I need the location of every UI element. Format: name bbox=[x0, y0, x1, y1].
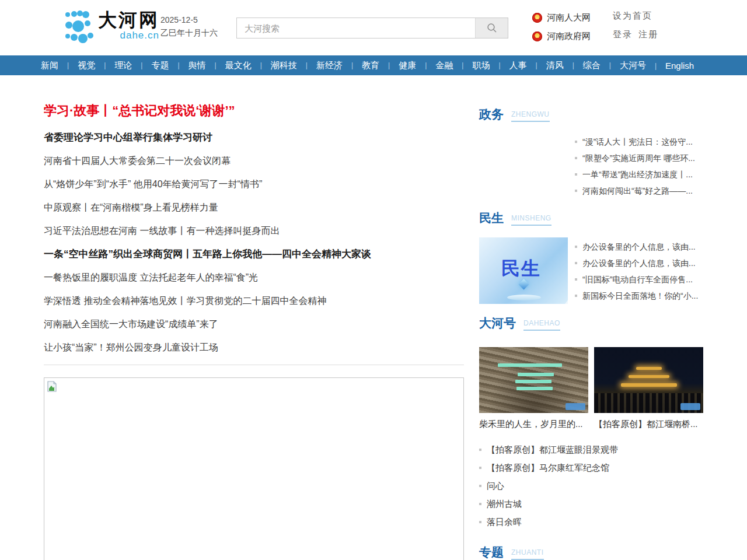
logo-bubbles-icon bbox=[64, 9, 95, 43]
overlay-text-decoration bbox=[498, 363, 562, 367]
main-content: 学习·故事丨“总书记对我说‘谢谢’” 省委理论学习中心组举行集体学习研讨 河南省… bbox=[41, 75, 706, 560]
quick-links: 设为首页 登录 注册 bbox=[613, 10, 658, 48]
bullet-icon bbox=[479, 485, 481, 487]
section-minsheng: 民生 MINSHENG 民生 办公设备里的个人信息，该由... 办公设备里的个人… bbox=[479, 211, 703, 304]
dahehao-thumbnail-temple[interactable] bbox=[594, 347, 703, 413]
bullet-icon bbox=[479, 449, 481, 451]
nav-item-tech[interactable]: 潮科技 bbox=[252, 60, 297, 71]
nav-item-renshi[interactable]: 人事 bbox=[490, 60, 526, 71]
nav-item-education[interactable]: 教育 bbox=[343, 60, 379, 71]
login-link[interactable]: 登录 bbox=[613, 29, 633, 43]
headline-item[interactable]: 学深悟透 推动全会精神落地见效丨学习贯彻党的二十届四中全会精神 bbox=[44, 289, 464, 313]
minsheng-list: 办公设备里的个人信息，该由... 办公设备里的个人信息，该由... “旧国标”电… bbox=[575, 237, 703, 304]
set-home-link[interactable]: 设为首页 bbox=[613, 10, 652, 24]
headline-item[interactable]: 一条“空中丝路”织出全球商贸网丨五年路上你我他——四中全会精神大家谈 bbox=[44, 243, 464, 266]
bullet-icon bbox=[575, 173, 577, 176]
section-pinyin-zhengwu: ZHENGWU bbox=[511, 111, 550, 122]
site-logo[interactable]: 大河网 dahe.cn bbox=[64, 9, 159, 43]
gov-link-zhengfu[interactable]: ★ 河南政府网 bbox=[532, 29, 591, 43]
list-item[interactable]: 问心 bbox=[479, 477, 703, 495]
broken-image-icon bbox=[47, 381, 57, 392]
headline-item[interactable]: 一餐热饭里的履职温度 立法托起老年人的幸福“食”光 bbox=[44, 266, 464, 289]
list-item[interactable]: 落日余晖 bbox=[479, 513, 703, 531]
bullet-icon bbox=[575, 278, 577, 281]
date-block: 2025-12-5 乙巳年十月十六 bbox=[160, 13, 218, 39]
section-title-zhengwu: 政务 bbox=[479, 107, 504, 122]
nav-item-yuqing[interactable]: 舆情 bbox=[169, 60, 205, 71]
nav-item-theory[interactable]: 理论 bbox=[95, 60, 132, 71]
register-link[interactable]: 注册 bbox=[638, 29, 658, 43]
search-button[interactable] bbox=[475, 18, 508, 38]
list-item[interactable]: 办公设备里的个人信息，该由... bbox=[575, 239, 703, 255]
nav-item-finance[interactable]: 金融 bbox=[416, 60, 453, 71]
bullet-icon bbox=[479, 503, 481, 505]
gov-link-renda[interactable]: ★ 河南人大网 bbox=[532, 10, 591, 24]
nav-item-visual[interactable]: 视觉 bbox=[58, 60, 95, 71]
nav-item-special[interactable]: 专题 bbox=[132, 60, 169, 71]
headline-item[interactable]: 中原观察丨在“河南楷模”身上看见榜样力量 bbox=[44, 196, 464, 219]
bullet-icon bbox=[575, 157, 577, 159]
overlay-text-decoration bbox=[516, 387, 553, 390]
list-item[interactable]: “旧国标”电动自行车全面停售... bbox=[575, 271, 703, 288]
section-title-minsheng: 民生 bbox=[479, 211, 504, 226]
nav-item-health[interactable]: 健康 bbox=[379, 60, 416, 71]
date-gregorian: 2025-12-5 bbox=[160, 13, 218, 26]
list-item[interactable]: 河南如何闯出“莓”好之路——... bbox=[575, 183, 703, 199]
section-title-zhuanti: 专题 bbox=[479, 545, 504, 560]
headline-item[interactable]: 从“烙饼少年”到“水手” 他用40年给黄河写了一封“情书” bbox=[44, 173, 464, 196]
list-item[interactable]: 【拍客原创】都江堰蓝眼泪景观带 bbox=[479, 440, 703, 459]
search-icon bbox=[487, 23, 497, 33]
logo-title: 大河网 bbox=[98, 9, 159, 30]
nav-item-dahehao[interactable]: 大河号 bbox=[601, 60, 646, 71]
list-item[interactable]: 新国标今日全面落地！你的“小... bbox=[575, 288, 703, 304]
section-pinyin-dahehao: DAHEHAO bbox=[523, 320, 560, 331]
section-zhengwu: 政务 ZHENGWU “漫”话人大丨宪法日：这份守... “限塑令”实施近两周年… bbox=[479, 107, 703, 199]
national-emblem-icon: ★ bbox=[532, 32, 542, 41]
gov-links: ★ 河南人大网 ★ 河南政府网 bbox=[532, 10, 591, 48]
gov-link-label: 河南人大网 bbox=[547, 12, 591, 23]
temple-roof-decoration bbox=[629, 375, 669, 378]
nav-item-news[interactable]: 新闻 bbox=[41, 60, 58, 71]
list-item[interactable]: 办公设备里的个人信息，该由... bbox=[575, 255, 703, 271]
thumbnail-caption[interactable]: 【拍客原创】都江堰南桥... bbox=[594, 419, 703, 430]
list-item[interactable]: 【拍客原创】马尔康红军纪念馆 bbox=[479, 459, 703, 477]
sidebar: 政务 ZHENGWU “漫”话人大丨宪法日：这份守... “限塑令”实施近两周年… bbox=[479, 75, 703, 560]
overlay-text-decoration bbox=[515, 380, 551, 383]
bullet-icon bbox=[575, 141, 577, 143]
headline-item[interactable]: 习近平法治思想在河南 一线故事丨有一种选择叫挺身而出 bbox=[44, 219, 464, 243]
nav-item-english[interactable]: English bbox=[646, 61, 694, 71]
search-input[interactable] bbox=[237, 18, 475, 38]
nav-item-culture[interactable]: 最文化 bbox=[206, 60, 252, 71]
minsheng-thumbnail[interactable]: 民生 bbox=[479, 237, 568, 304]
nav-item-economy[interactable]: 新经济 bbox=[297, 60, 343, 71]
section-pinyin-minsheng: MINSHENG bbox=[511, 215, 551, 226]
gov-link-label: 河南政府网 bbox=[547, 31, 591, 42]
logo-domain: dahe.cn bbox=[98, 30, 159, 41]
feature-image-placeholder[interactable] bbox=[44, 377, 464, 560]
list-item[interactable]: “漫”话人大丨宪法日：这份守... bbox=[575, 134, 703, 150]
date-lunar: 乙巳年十月十六 bbox=[160, 26, 218, 39]
headline-item[interactable]: 河南融入全国统一大市场建设“成绩单”来了 bbox=[44, 313, 464, 336]
dahehao-list: 【拍客原创】都江堰蓝眼泪景观带 【拍客原创】马尔康红军纪念馆 问心 潮州古城 落… bbox=[479, 440, 703, 531]
site-header: 大河网 dahe.cn 2025-12-5 乙巳年十月十六 ★ 河南人大网 bbox=[0, 0, 747, 55]
list-item[interactable]: 潮州古城 bbox=[479, 495, 703, 513]
top-headline[interactable]: 学习·故事丨“总书记对我说‘谢谢’” bbox=[44, 102, 464, 120]
headline-item[interactable]: 让小孩“当家”！郑州公园变身儿童设计工场 bbox=[44, 336, 464, 359]
dahehao-watermark-icon bbox=[680, 403, 700, 410]
bullet-icon bbox=[479, 467, 481, 469]
headline-item[interactable]: 省委理论学习中心组举行集体学习研讨 bbox=[44, 126, 464, 149]
nav-item-zonghe[interactable]: 综合 bbox=[564, 60, 601, 71]
dahehao-watermark-icon bbox=[566, 403, 585, 410]
nav-item-career[interactable]: 职场 bbox=[453, 60, 490, 71]
temple-roof-decoration bbox=[636, 367, 662, 370]
section-divider bbox=[44, 365, 464, 365]
section-dahehao: 大河号 DAHEHAO bbox=[479, 316, 703, 531]
nav-item-qingfeng[interactable]: 清风 bbox=[527, 60, 564, 71]
list-item[interactable]: 一单“帮送”跑出经济加速度丨... bbox=[575, 166, 703, 183]
bullet-icon bbox=[575, 190, 577, 192]
list-item[interactable]: “限塑令”实施近两周年 哪些环... bbox=[575, 150, 703, 166]
thumbnail-caption[interactable]: 柴禾里的人生，岁月里的... bbox=[479, 419, 588, 430]
dahehao-thumbnail-firewood[interactable] bbox=[479, 347, 588, 413]
minsheng-thumb-label: 民生 bbox=[501, 256, 541, 282]
headline-item[interactable]: 河南省十四届人大常委会第二十一次会议闭幕 bbox=[44, 149, 464, 173]
